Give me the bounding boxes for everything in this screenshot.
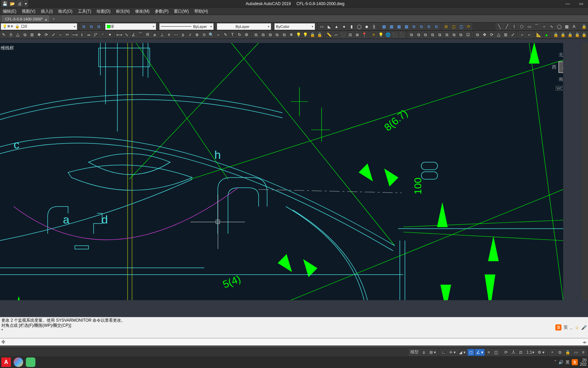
cylinder-icon[interactable]: ▮ bbox=[348, 23, 355, 30]
dim-update-icon[interactable]: ↻ bbox=[236, 31, 243, 38]
area-icon[interactable]: ▱ bbox=[333, 31, 340, 38]
menu-edit[interactable]: 编辑(E) bbox=[0, 7, 19, 15]
sweep-icon[interactable]: ▦ bbox=[395, 23, 402, 30]
polygon-icon[interactable]: ⬠ bbox=[518, 23, 525, 30]
menu-window[interactable]: 窗口(W) bbox=[171, 7, 191, 15]
dim-arc-icon[interactable]: ⌒ bbox=[137, 31, 144, 38]
chamfer-icon[interactable]: ◸ bbox=[93, 31, 99, 38]
layer-properties-icon[interactable]: ⧉ bbox=[80, 23, 87, 30]
dim-radius-icon[interactable]: R bbox=[145, 31, 151, 38]
views-icon[interactable]: ⊞ bbox=[443, 23, 450, 30]
render-icon[interactable]: ☀ bbox=[371, 31, 377, 38]
sel-cycle-icon[interactable]: ⟳ bbox=[503, 349, 509, 356]
fillet-icon[interactable]: ◜ bbox=[100, 31, 106, 38]
material-icon[interactable]: 🌐 bbox=[385, 31, 391, 38]
text-icon[interactable]: A bbox=[571, 23, 577, 30]
new-tab-button[interactable]: ＋ bbox=[50, 15, 57, 22]
menu-insert[interactable]: 插入(I) bbox=[38, 7, 55, 15]
dim-aligned-icon[interactable]: ⤡ bbox=[123, 31, 130, 38]
tray-sogou-icon[interactable]: S bbox=[572, 359, 578, 365]
view-cube[interactable]: 北 西 上 南 WCS bbox=[552, 52, 563, 91]
app-taskbar-icon[interactable] bbox=[26, 357, 35, 367]
ortho-toggle-icon[interactable]: ∟ bbox=[440, 349, 447, 356]
layer-off-icon[interactable]: 💡 bbox=[295, 31, 302, 38]
convtosolid-icon[interactable]: ⧉ bbox=[437, 31, 443, 38]
menu-help[interactable]: 帮助(H) bbox=[192, 7, 211, 15]
explode-icon[interactable]: ✦ bbox=[107, 31, 113, 38]
tolerance-icon[interactable]: ⊕ bbox=[194, 31, 200, 38]
box-icon[interactable]: ▭ bbox=[318, 23, 325, 30]
section-icon[interactable]: ⧉ bbox=[408, 31, 415, 38]
offset-icon[interactable]: ⧉ bbox=[22, 31, 28, 38]
stretch-icon[interactable]: ↔ bbox=[57, 31, 64, 38]
torus-icon[interactable]: ◯ bbox=[356, 23, 362, 30]
ime-indicator[interactable]: S 英 ,. ☺ 🎤 bbox=[555, 324, 587, 331]
move-icon[interactable]: ✥ bbox=[36, 31, 43, 38]
slice-icon[interactable]: ⧉ bbox=[423, 31, 429, 38]
interfere-icon[interactable]: ⧉ bbox=[451, 31, 457, 38]
minimize-button[interactable]: — bbox=[561, 0, 574, 7]
3drotate-icon[interactable]: ⟳ bbox=[488, 31, 495, 38]
hatch-icon[interactable]: ▦ bbox=[563, 23, 570, 30]
extend-icon[interactable]: ⟶ bbox=[71, 31, 78, 38]
print-icon[interactable]: 🖨 bbox=[16, 0, 23, 7]
lock-icon[interactable]: 🔒 bbox=[581, 23, 587, 30]
revolve-icon[interactable]: ▦ bbox=[403, 23, 410, 30]
union-icon[interactable]: ⧉ bbox=[418, 23, 425, 30]
menu-parametric[interactable]: 参数(P) bbox=[152, 7, 171, 15]
region-icon[interactable]: ⬛ bbox=[340, 31, 346, 38]
ray-icon[interactable]: ╱ bbox=[503, 23, 510, 30]
helix-icon[interactable]: § bbox=[371, 23, 377, 30]
check-icon[interactable]: ☑ bbox=[465, 31, 471, 38]
nav-south[interactable]: 南 bbox=[559, 76, 563, 82]
lockgroup2-icon[interactable]: 🔒 bbox=[560, 31, 566, 38]
cmd-handle-icon[interactable]: ◂▸ bbox=[583, 340, 587, 344]
dim-baseline-icon[interactable]: ≡ bbox=[166, 31, 172, 38]
otrack-toggle-icon[interactable]: ∠ ▾ bbox=[475, 349, 485, 356]
menu-tools[interactable]: 工具(T) bbox=[75, 7, 94, 15]
browser-taskbar-icon[interactable] bbox=[14, 357, 23, 367]
system-tray[interactable]: ˄ 🔊 英 S 20 202 bbox=[554, 358, 587, 366]
layer-control[interactable]: 💡❄☀🔒口0 ▾ bbox=[1, 23, 77, 30]
tab-active-drawing[interactable]: CFL-5-0.8-1400-2000* ✕ bbox=[2, 15, 49, 22]
copy-icon[interactable]: ⎘ bbox=[8, 31, 14, 38]
light-icon[interactable]: 💡 bbox=[378, 31, 384, 38]
nav-north[interactable]: 北 bbox=[559, 52, 563, 58]
status-model[interactable]: 模型 bbox=[409, 349, 420, 356]
maximize-button[interactable]: ▭ bbox=[574, 0, 588, 7]
rect-icon[interactable]: ▭ bbox=[526, 23, 533, 30]
erase-icon[interactable]: ✎ bbox=[1, 31, 7, 38]
annoviz-icon[interactable]: ＋ bbox=[549, 349, 556, 356]
lineweight-control[interactable]: ByLayer▾ bbox=[217, 23, 271, 30]
dim-ordinate-icon[interactable]: ⊥ bbox=[159, 31, 165, 38]
tray-lang[interactable]: 英 bbox=[566, 359, 570, 365]
ucs2-icon[interactable]: ⌐ bbox=[526, 31, 533, 38]
osnap-toggle-icon[interactable]: ◻ bbox=[468, 349, 474, 356]
plotstyle-control[interactable]: ByColor▾ bbox=[274, 23, 315, 30]
3dmirror-icon[interactable]: ⧋ bbox=[495, 31, 502, 38]
cone-icon[interactable]: ▲ bbox=[333, 23, 340, 30]
dimstyle-icon[interactable]: ⚙ bbox=[243, 31, 250, 38]
drawing-canvas[interactable]: 维线框 bbox=[0, 43, 563, 300]
dim-continue-icon[interactable]: ⋯ bbox=[173, 31, 179, 38]
lockgroup4-icon[interactable]: 🔒 bbox=[574, 31, 581, 38]
close-icon[interactable]: ✕ bbox=[45, 17, 47, 24]
inspect-icon[interactable]: 🔍 bbox=[208, 31, 215, 38]
layer-iso-icon[interactable]: ⧉ bbox=[95, 23, 102, 30]
viewcube-icon[interactable]: ◫ bbox=[450, 23, 457, 30]
lockgroup-icon[interactable]: 🔒 bbox=[553, 31, 559, 38]
ime-punct[interactable]: ,. bbox=[570, 325, 572, 330]
layer-iso2-icon[interactable]: ⧉ bbox=[274, 31, 280, 38]
quickprops-icon[interactable]: ⧉ bbox=[556, 349, 563, 356]
snap-toggle-icon[interactable]: ⊞ ▾ bbox=[428, 349, 437, 356]
menu-format[interactable]: 格式(O) bbox=[55, 7, 75, 15]
dim-diameter-icon[interactable]: ⌀ bbox=[151, 31, 158, 38]
layer-lock-icon[interactable]: 🔒 bbox=[309, 31, 316, 38]
mapping-icon[interactable]: ⬛ bbox=[392, 31, 398, 38]
ws-toggle-icon[interactable]: ⚙ ▾ bbox=[536, 349, 546, 356]
command-input[interactable] bbox=[1, 340, 583, 344]
dim-linear-icon[interactable]: ⟷ bbox=[116, 31, 122, 38]
wedge-icon[interactable]: ◣ bbox=[326, 23, 332, 30]
spline-icon[interactable]: ∿ bbox=[548, 23, 555, 30]
grid-toggle-icon[interactable]: ⫼ bbox=[421, 349, 427, 356]
